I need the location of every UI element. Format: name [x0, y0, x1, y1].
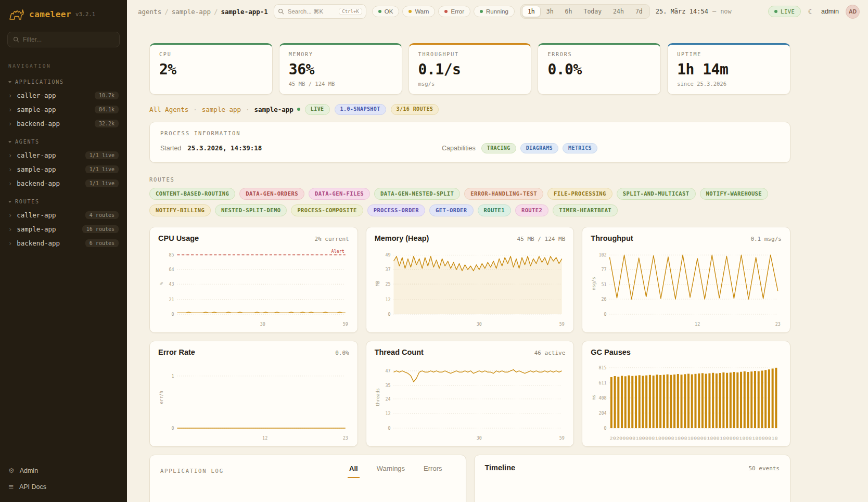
sidebar-item-applications-caller-app[interactable]: ›caller-app10.7k: [0, 88, 127, 102]
date-range-picker[interactable]: 25. März 14:54 — now: [656, 8, 732, 15]
route-pill-data-gen-orders[interactable]: DATA-GEN-ORDERS: [239, 188, 304, 200]
routes-label: ROUTES: [149, 176, 790, 183]
svg-text:204: 204: [599, 410, 607, 416]
chart-header: Thread Count46 active: [375, 348, 566, 356]
sidebar-item-badge: 32.2k: [95, 120, 119, 127]
avatar[interactable]: AD: [846, 5, 860, 19]
route-pill-route2[interactable]: ROUTE2: [515, 204, 548, 216]
time-range-24h[interactable]: 24h: [607, 6, 630, 17]
chart-header: GC Pauses: [591, 348, 782, 356]
chart-title: Memory (Heap): [375, 234, 429, 242]
status-filter-error[interactable]: Error: [438, 6, 470, 17]
time-range-today[interactable]: Today: [578, 6, 607, 17]
app-logo[interactable]: cameleer v3.2.1: [0, 0, 127, 29]
sidebar-item-agents-sample-app[interactable]: ›sample-app1/1 live: [0, 162, 127, 176]
route-pill-notify-warehouse[interactable]: NOTIFY-WAREHOUSE: [700, 188, 769, 200]
agent-link-all-agents[interactable]: All Agents: [149, 106, 188, 113]
dark-mode-toggle[interactable]: ☾: [808, 7, 814, 16]
route-pill-process-order[interactable]: PROCESS-ORDER: [367, 204, 425, 216]
chart-header: Error Rate0.0%: [158, 348, 349, 356]
stat-value: 36%: [289, 61, 392, 78]
time-range-switcher: 1h3h6hToday24h7d: [520, 4, 650, 19]
svg-text:30: 30: [476, 321, 481, 327]
route-pill-get-order[interactable]: GET-ORDER: [429, 204, 474, 216]
sidebar-group-title: AGENTS: [15, 139, 40, 145]
sidebar-item-applications-sample-app[interactable]: ›sample-app84.1k: [0, 102, 127, 117]
route-pill-file-processing[interactable]: FILE-PROCESSING: [547, 188, 612, 200]
time-range-3h[interactable]: 3h: [541, 6, 559, 17]
chart-value: 46 active: [534, 350, 566, 356]
svg-text:35: 35: [385, 383, 390, 388]
process-info-row: Started 25.3.2026, 14:39:18 Capabilities…: [160, 143, 780, 154]
sidebar-item-routes-caller-app[interactable]: ›caller-app4 routes: [0, 208, 127, 222]
sidebar-footer-api-docs[interactable]: ≡API Docs: [8, 483, 119, 491]
stat-card-uptime: UPTIME1h 14msince 25.3.2026: [667, 43, 790, 95]
charts-grid: CPU Usage2% current856443210%3059AlertMe…: [149, 227, 790, 446]
chevron-right-icon: ›: [8, 152, 12, 159]
status-filter-warn[interactable]: Warn: [402, 6, 435, 17]
search-input[interactable]: Search... ⌘K Ctrl+K: [274, 4, 366, 19]
status-filter-running[interactable]: Running: [474, 6, 515, 17]
time-range-1h[interactable]: 1h: [522, 6, 541, 17]
log-tab-warnings[interactable]: Warnings: [375, 464, 406, 478]
sidebar-item-label: caller-app: [17, 211, 56, 219]
route-pill-route1[interactable]: ROUTE1: [478, 204, 511, 216]
chevron-right-icon: ›: [8, 181, 12, 187]
route-pill-content-based-routing[interactable]: CONTENT-BASED-ROUTING: [149, 188, 235, 200]
svg-text:37: 37: [385, 267, 390, 272]
sidebar-item-applications-backend-app[interactable]: ›backend-app32.2k: [0, 117, 127, 131]
sidebar-item-agents-backend-app[interactable]: ›backend-app1/1 live: [0, 176, 127, 190]
breadcrumb-item-sample-app[interactable]: sample-app: [172, 8, 211, 16]
route-pill-notify-billing[interactable]: NOTIFY-BILLING: [149, 204, 211, 216]
route-pill-timer-heartbeat[interactable]: TIMER-HEARTBEAT: [553, 204, 618, 216]
route-pill-nested-split-demo[interactable]: NESTED-SPLIT-DEMO: [215, 204, 287, 216]
route-pill-process-composite[interactable]: PROCESS-COMPOSITE: [291, 204, 363, 216]
sidebar-group-header-routes[interactable]: ROUTES: [0, 190, 127, 208]
log-tab-all[interactable]: All: [348, 464, 360, 478]
stat-label: ERRORS: [547, 52, 651, 57]
svg-text:611: 611: [599, 380, 607, 385]
chart-title: Throughput: [591, 234, 633, 242]
svg-text:49: 49: [385, 253, 390, 258]
sidebar-item-routes-backend-app[interactable]: ›backend-app6 routes: [0, 236, 127, 250]
agent-link-sample-app[interactable]: sample-app: [202, 106, 241, 113]
main-area: agents/sample-app/sample-app-1 Search...…: [127, 0, 868, 502]
svg-text:30: 30: [260, 321, 265, 327]
sidebar-item-routes-sample-app[interactable]: ›sample-app16 routes: [0, 222, 127, 236]
chart-value: 2% current: [314, 236, 349, 242]
log-tab-errors[interactable]: Errors: [422, 464, 443, 478]
stat-label: MEMORY: [289, 52, 392, 57]
search-placeholder: Search... ⌘K: [288, 8, 335, 15]
status-filter-ok[interactable]: OK: [372, 6, 400, 17]
route-pill-data-gen-nested-split[interactable]: DATA-GEN-NESTED-SPLIT: [374, 188, 460, 200]
stat-card-memory: MEMORY36%45 MB / 124 MB: [279, 43, 402, 95]
date-range-separator: —: [712, 8, 716, 15]
breadcrumb-item-agents[interactable]: agents: [138, 8, 161, 16]
started-label: Started: [160, 145, 181, 152]
chart-thread-count: 473524120threads3059: [375, 358, 566, 443]
sidebar-group-header-applications[interactable]: APPLICATIONS: [0, 71, 127, 88]
svg-text:408: 408: [599, 395, 607, 401]
svg-text:0: 0: [604, 312, 607, 317]
svg-text:threads: threads: [375, 388, 380, 406]
route-pill-error-handling-test[interactable]: ERROR-HANDLING-TEST: [464, 188, 543, 200]
route-pill-data-gen-files[interactable]: DATA-GEN-FILES: [309, 188, 370, 200]
stat-label: CPU: [159, 52, 263, 57]
sidebar-item-agents-caller-app[interactable]: ›caller-app1/1 live: [0, 148, 127, 162]
sidebar-group-header-agents[interactable]: AGENTS: [0, 131, 127, 148]
svg-text:1: 1: [172, 374, 174, 379]
filter-input[interactable]: Filter...: [7, 32, 120, 47]
svg-text:51: 51: [602, 282, 607, 287]
svg-text:0: 0: [172, 312, 174, 317]
sidebar-footer-admin[interactable]: ⚙Admin: [8, 467, 119, 474]
time-range-7d[interactable]: 7d: [630, 6, 648, 17]
svg-text:102: 102: [599, 252, 607, 258]
route-pill-split-and-multicast[interactable]: SPLIT-AND-MULTICAST: [617, 188, 696, 200]
sidebar-groups: APPLICATIONS›caller-app10.7k›sample-app8…: [0, 71, 127, 250]
time-range-6h[interactable]: 6h: [559, 6, 578, 17]
chevron-right-icon: ›: [8, 212, 12, 218]
chart-header: CPU Usage2% current: [158, 234, 349, 242]
sidebar-footer-label: API Docs: [19, 483, 46, 491]
app-root: cameleer v3.2.1 Filter... NAVIGATION APP…: [0, 0, 868, 502]
svg-text:%: %: [159, 282, 164, 285]
